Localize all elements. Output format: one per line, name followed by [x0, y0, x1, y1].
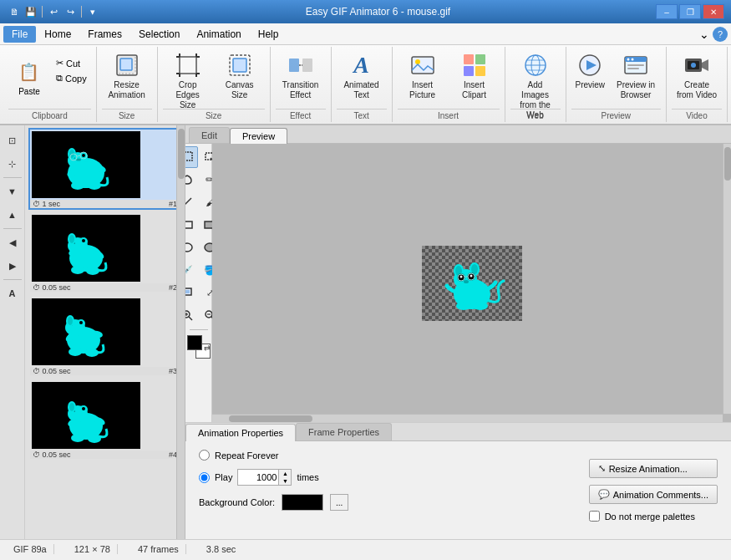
- play-times-radio[interactable]: [199, 472, 210, 483]
- new-button[interactable]: 🗎: [7, 4, 22, 19]
- svg-point-124: [459, 275, 462, 277]
- tool-separator-2: [3, 228, 22, 229]
- svg-rect-22: [475, 66, 485, 76]
- horizontal-scrollbar[interactable]: [212, 414, 723, 422]
- nav-btn-6[interactable]: ▶: [2, 255, 23, 277]
- nav-btn-5[interactable]: ◀: [2, 232, 23, 253]
- menu-file[interactable]: File: [3, 26, 36, 43]
- fg-color-swatch[interactable]: [187, 335, 202, 350]
- svg-point-128: [456, 302, 471, 310]
- paste-button[interactable]: 📋 Paste: [8, 56, 50, 99]
- vertical-scrollbar[interactable]: [723, 144, 731, 414]
- play-label: Play: [215, 472, 232, 482]
- nav-btn-3[interactable]: ▼: [2, 181, 23, 202]
- insert-clipart-button[interactable]: Insert Clipart: [449, 48, 500, 107]
- insert-picture-icon: [409, 52, 436, 79]
- crop-label: Size: [163, 109, 265, 120]
- cut-icon: ✂: [56, 58, 63, 69]
- frame-item-3[interactable]: ⏱ 0.05 sec #3: [28, 295, 181, 377]
- create-video-button[interactable]: Create from Video: [672, 48, 722, 107]
- frame-properties-tab[interactable]: Frame Properties: [296, 423, 392, 440]
- svg-point-44: [82, 154, 85, 157]
- add-images-web-button[interactable]: Add Images from the Web: [510, 48, 561, 107]
- resize-animation-button[interactable]: Resize Animation: [102, 48, 152, 107]
- frame-meta-3: ⏱ 0.05 sec #3: [30, 367, 180, 375]
- create-video-icon: [683, 52, 710, 79]
- frame-thumb-4: [32, 382, 140, 449]
- menu-help[interactable]: Help: [250, 26, 287, 43]
- close-button[interactable]: ✕: [703, 4, 724, 19]
- menu-selection[interactable]: Selection: [130, 26, 188, 43]
- clipboard-buttons: 📋 Paste ✂ Cut ⧉ Copy: [8, 48, 91, 107]
- svg-rect-15: [289, 59, 299, 72]
- transition-buttons: Transition Effect: [276, 48, 326, 107]
- swap-colors-btn[interactable]: ⇄: [204, 344, 211, 352]
- nav-btn-2[interactable]: ⊹: [2, 153, 23, 175]
- nav-btn-1[interactable]: ⊡: [2, 130, 23, 151]
- play-times-input-group: ▲ ▼: [237, 469, 292, 486]
- frame-item-4[interactable]: ⏱ 0.05 sec #4: [28, 379, 181, 461]
- preview-section: Preview Preview in Browser Preview: [566, 47, 668, 122]
- preview-button[interactable]: Preview: [571, 48, 610, 107]
- insert-picture-button[interactable]: Insert Picture: [398, 48, 448, 107]
- canvas-tabs: Edit Preview: [185, 125, 731, 144]
- canvas-with-tools: ✏ 🖌: [185, 144, 731, 422]
- nav-btn-4[interactable]: ▲: [2, 204, 23, 226]
- window-controls: – ❐ ✕: [656, 4, 724, 19]
- animated-text-button[interactable]: A Animated Text: [337, 48, 387, 107]
- transition-effect-button[interactable]: Transition Effect: [276, 48, 326, 107]
- preview-icon: [576, 52, 603, 79]
- transition-effect-label: Transition Effect: [280, 80, 322, 100]
- resize-label: Size: [102, 109, 152, 120]
- no-merge-checkbox[interactable]: [589, 511, 600, 522]
- canvas-size-button[interactable]: Canvas Size: [215, 48, 265, 107]
- menu-frames[interactable]: Frames: [79, 26, 130, 43]
- frame-meta-2: ⏱ 0.05 sec #2: [30, 283, 180, 292]
- menu-home[interactable]: Home: [36, 26, 79, 43]
- svg-point-66: [71, 266, 84, 274]
- svg-point-51: [71, 181, 84, 190]
- repeat-forever-radio[interactable]: [199, 450, 210, 461]
- preview-browser-button[interactable]: Preview in Browser: [611, 48, 661, 107]
- frame-item-2[interactable]: ⏱ 0.05 sec #2: [28, 211, 181, 293]
- h-scrollbar-thumb[interactable]: [229, 415, 312, 422]
- spin-down-btn[interactable]: ▼: [279, 477, 291, 485]
- bg-color-swatch[interactable]: [282, 494, 323, 511]
- scrollbar-thumb[interactable]: [178, 129, 185, 179]
- tab-edit[interactable]: Edit: [189, 127, 230, 143]
- collapse-ribbon-btn[interactable]: ⌄: [699, 28, 709, 41]
- animation-properties-tab[interactable]: Animation Properties: [185, 424, 296, 441]
- nav-btn-7[interactable]: A: [2, 283, 23, 304]
- frame-scrollbar[interactable]: [176, 125, 185, 539]
- cut-button[interactable]: ✂ Cut: [52, 56, 91, 70]
- canvas-size-icon: [226, 52, 253, 79]
- animation-comments-btn[interactable]: 💬 Animation Comments...: [589, 485, 718, 504]
- help-button[interactable]: ?: [713, 27, 728, 42]
- clipboard-section: 📋 Paste ✂ Cut ⧉ Copy Clipboard: [3, 47, 97, 122]
- play-times-input[interactable]: [237, 469, 279, 486]
- svg-point-75: [68, 317, 73, 325]
- frame-item-1[interactable]: ⏱ 1 sec #1: [28, 128, 181, 210]
- tab-preview[interactable]: Preview: [230, 128, 287, 144]
- props-left: Repeat Forever Play ▲ ▼ tim: [199, 450, 572, 531]
- resize-animation-props-btn[interactable]: ⤡ Resize Animation...: [589, 459, 718, 478]
- resize-section: Resize Animation Size: [97, 47, 158, 122]
- redo-button[interactable]: ↪: [63, 4, 78, 19]
- menu-animation[interactable]: Animation: [188, 26, 249, 43]
- crop-edges-button[interactable]: Crop Edges Size: [163, 48, 213, 107]
- clipboard-label: Clipboard: [8, 109, 91, 120]
- save-button[interactable]: 💾: [23, 4, 38, 19]
- copy-button[interactable]: ⧉ Copy: [52, 71, 91, 85]
- transition-effect-icon: [287, 52, 314, 79]
- add-images-web-icon: [522, 52, 549, 79]
- customize-button[interactable]: ▾: [85, 4, 100, 19]
- restore-button[interactable]: ❐: [679, 4, 701, 19]
- spin-up-btn[interactable]: ▲: [279, 470, 291, 477]
- copy-icon: ⧉: [56, 73, 63, 84]
- frame-meta-1: ⏱ 1 sec #1: [30, 200, 180, 208]
- undo-button[interactable]: ↩: [46, 4, 61, 19]
- minimize-button[interactable]: –: [656, 4, 678, 19]
- color-pick-btn[interactable]: ...: [330, 494, 348, 511]
- svg-point-129: [473, 302, 488, 310]
- v-scrollbar-thumb[interactable]: [724, 147, 731, 181]
